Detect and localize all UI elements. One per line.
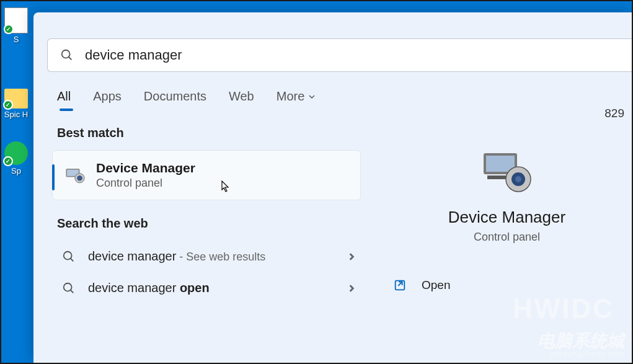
desktop-icon[interactable]: S <box>1 6 31 45</box>
tab-more-label: More <box>277 89 305 104</box>
desktop-icon-label: Sp <box>11 166 21 175</box>
spotify-icon <box>4 141 28 165</box>
web-result-item[interactable]: device manager - See web results <box>57 241 361 272</box>
preview-title: Device Manager <box>448 208 565 227</box>
svg-line-1 <box>69 57 72 60</box>
watermark-big: HWIDC <box>513 293 614 324</box>
sync-badge-icon <box>3 156 13 166</box>
search-bar[interactable] <box>47 38 632 72</box>
action-label: Open <box>422 278 450 292</box>
best-match-heading: Best match <box>57 126 362 140</box>
sync-badge-icon <box>4 24 14 34</box>
folder-icon <box>4 89 28 109</box>
device-manager-icon <box>479 148 536 195</box>
chevron-right-icon <box>347 284 356 293</box>
preview-pane: Device Manager Control panel Open <box>382 126 632 300</box>
web-result-text: device manager - See web results <box>88 249 335 264</box>
document-icon <box>4 7 28 33</box>
desktop-icon-label: Spic H <box>4 110 28 119</box>
preview-subtitle: Control panel <box>474 231 540 244</box>
best-match-title: Device Manager <box>96 161 195 175</box>
desktop-icon[interactable]: Spic H <box>1 87 31 120</box>
chevron-right-icon <box>347 252 356 261</box>
open-external-icon <box>393 278 407 292</box>
web-search-heading: Search the web <box>57 216 362 231</box>
cursor-icon <box>221 180 230 193</box>
tab-web[interactable]: Web <box>229 89 254 107</box>
svg-point-5 <box>77 175 82 181</box>
svg-point-8 <box>64 283 72 291</box>
top-right-badge: 829 <box>604 107 624 120</box>
svg-point-0 <box>62 50 70 58</box>
desktop-strip: S Spic H Sp <box>1 1 33 363</box>
search-icon <box>60 48 74 62</box>
svg-point-15 <box>515 176 521 182</box>
search-icon <box>62 250 76 264</box>
svg-point-6 <box>64 251 72 259</box>
search-panel: All Apps Documents Web More 829 Best mat… <box>33 12 632 363</box>
web-result-text: device manager open <box>88 281 335 295</box>
best-match-result[interactable]: Device Manager Control panel <box>52 150 361 200</box>
svg-line-17 <box>398 282 402 286</box>
desktop-icon[interactable]: Sp <box>1 140 31 177</box>
tab-documents[interactable]: Documents <box>144 89 206 107</box>
web-result-item[interactable]: device manager open <box>57 272 361 304</box>
best-match-subtitle: Control panel <box>96 177 195 190</box>
tab-more[interactable]: More <box>277 89 316 107</box>
tab-apps[interactable]: Apps <box>93 89 122 107</box>
search-tabs: All Apps Documents Web More <box>57 89 632 107</box>
chevron-down-icon <box>308 93 316 100</box>
device-manager-icon <box>64 166 85 185</box>
tab-all[interactable]: All <box>57 89 71 107</box>
svg-line-9 <box>71 290 74 293</box>
watermark: 电脑系统城 pcxitongcheng.com <box>538 332 624 358</box>
svg-line-7 <box>71 258 74 261</box>
sync-badge-icon <box>3 100 13 110</box>
search-icon <box>62 282 76 295</box>
desktop-icon-label: S <box>14 35 19 44</box>
search-input[interactable] <box>85 47 619 63</box>
